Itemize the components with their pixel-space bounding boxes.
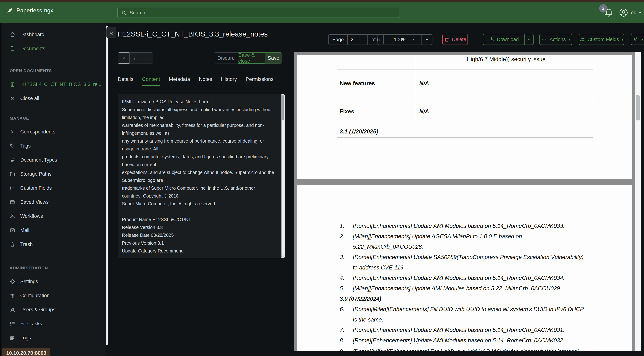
download-menu-caret[interactable]: ▾	[524, 34, 534, 45]
sidebar-item-correspondents[interactable]: Correspondents	[2, 126, 106, 137]
zoom-out-button[interactable]: -	[378, 35, 387, 44]
page-label: Page	[328, 35, 347, 44]
delete-button[interactable]: Delete	[442, 34, 468, 45]
saved-views-icon	[10, 199, 15, 205]
top-navbar: Paperless-ngx 3 ed ▾	[0, 2, 644, 23]
leaf-logo-icon	[6, 7, 13, 14]
sidebar-item-logs[interactable]: Logs	[2, 332, 106, 343]
save-button[interactable]: Save	[265, 52, 282, 64]
tab-content[interactable]: Content	[142, 76, 160, 86]
divider	[118, 73, 282, 74]
sidebar-item-file-tasks[interactable]: File Tasks	[2, 318, 106, 329]
page-input-wrap	[347, 35, 368, 44]
tab-history[interactable]: History	[221, 76, 237, 86]
sidebar-item-label: Settings	[20, 279, 38, 284]
sidebar-item-label: Tags	[20, 143, 31, 149]
custom-fields-label: Custom Fields	[588, 37, 619, 42]
open-doc-label: H12SSL-i_C_CT_NT_BIOS_3.3_rel...	[20, 82, 103, 87]
sidebar-item-label: Workflows	[20, 214, 43, 219]
page-number-input[interactable]	[348, 37, 368, 42]
sidebar-item-document-types[interactable]: # Document Types	[2, 155, 106, 165]
user-menu[interactable]: ed ▾	[619, 8, 641, 17]
document-tabs: Details Content Metadata Notes History P…	[118, 76, 274, 86]
username: ed	[631, 10, 636, 16]
app-window: Paperless-ngx 3 ed ▾	[0, 0, 644, 356]
pdf-version-heading: 3.0 (07/22/2024)	[338, 294, 588, 304]
sidebar-item-users-groups[interactable]: Users & Groups	[2, 304, 106, 315]
pdf-table-cell: N/A	[416, 97, 593, 126]
notifications-button[interactable]: 3	[604, 7, 614, 18]
next-document-button[interactable]: →	[141, 52, 153, 64]
workflows-icon	[10, 214, 15, 219]
resize-handle[interactable]	[280, 253, 284, 258]
discard-button[interactable]: Discard	[214, 52, 238, 64]
content-text[interactable]: IPMI Firmware / BIOS Release Notes Form …	[118, 94, 278, 258]
sidebar-item-tags[interactable]: Tags	[2, 140, 106, 151]
sidebar-item-settings[interactable]: Settings	[2, 276, 106, 287]
brand[interactable]: Paperless-ngx	[6, 7, 53, 14]
sidebar-item-workflows[interactable]: Workflows	[2, 211, 106, 222]
send-button[interactable]: Send ▾	[631, 34, 644, 45]
sidebar-item-label: Document Types	[20, 157, 57, 163]
avatar-icon	[619, 8, 628, 17]
sidebar-item-storage-paths[interactable]: Storage Paths	[2, 169, 106, 179]
close-icon: ×	[10, 96, 15, 101]
zoom-in-button[interactable]: +	[422, 35, 432, 44]
topbar-right-cluster: 3 ed ▾	[604, 2, 641, 23]
sidebar-item-mail[interactable]: Mail	[2, 225, 106, 236]
sidebar-item-dashboard[interactable]: Dashboard	[2, 29, 106, 40]
pdf-table-row: High/6.7 Middle)) security issue	[337, 55, 593, 70]
pdf-scrollbar[interactable]	[635, 52, 641, 351]
pdf-list-item: 9.[Rome][Milan][Enhancements] For UsbBus…	[338, 346, 588, 351]
sidebar-item-label: Logs	[20, 335, 31, 341]
search-input[interactable]	[130, 10, 395, 16]
administration-header: ADMINISTRATION	[10, 266, 48, 270]
sidebar-item-trash[interactable]: Trash	[2, 239, 106, 250]
sidebar-close-all[interactable]: × Close all	[2, 93, 106, 104]
trash-icon	[444, 37, 450, 42]
file-text-icon	[10, 82, 15, 87]
sidebar-item-configuration[interactable]: Configuration	[2, 290, 106, 301]
tab-metadata[interactable]: Metadata	[169, 76, 190, 86]
actions-button[interactable]: ⋯ Actions ▾	[540, 34, 572, 45]
task-list-icon	[10, 321, 15, 326]
sidebar-item-documents[interactable]: Documents	[2, 43, 106, 54]
textarea-scrollbar-thumb[interactable]	[282, 95, 284, 120]
sidebar-collapse-button[interactable]: «	[106, 27, 116, 38]
pdf-scrollbar-thumb[interactable]	[636, 95, 640, 120]
pdf-table-cell: N/A	[416, 70, 593, 97]
sidebar-item-custom-fields[interactable]: Custom Fields	[2, 183, 106, 193]
person-icon	[10, 129, 15, 134]
custom-fields-button[interactable]: Custom Fields ▾	[579, 34, 624, 45]
sidebar-item-label: Mail	[20, 228, 30, 233]
log-lines-icon	[10, 335, 15, 340]
hash-icon: #	[10, 157, 15, 163]
tab-details[interactable]: Details	[118, 76, 134, 86]
previous-document-button[interactable]: ←	[130, 52, 141, 64]
close-all-label: Close all	[20, 96, 39, 101]
sidebar-item-label: Users & Groups	[20, 307, 55, 312]
download-button[interactable]: Download	[483, 34, 525, 45]
folder-icon	[10, 171, 15, 177]
global-search[interactable]	[117, 8, 399, 18]
search-icon	[121, 10, 127, 16]
documents-icon	[10, 46, 15, 51]
textarea-scrollbar[interactable]	[282, 94, 284, 258]
close-document-button[interactable]: ×	[118, 52, 130, 64]
content-textarea[interactable]: IPMI Firmware / BIOS Release Notes Form …	[118, 94, 285, 258]
download-icon	[489, 37, 494, 42]
save-and-close-button[interactable]: Save & close	[238, 52, 265, 64]
home-icon	[10, 32, 15, 37]
zoom-level-select[interactable]: 100%	[387, 35, 422, 44]
sidebar-scrollbar[interactable]	[106, 24, 108, 355]
sliders-icon	[10, 293, 15, 298]
pdf-changelog-box: 1.[Rome][Enhancements] Update AMI Module…	[337, 219, 593, 346]
sidebar-scrollbar-thumb[interactable]	[106, 26, 108, 345]
pdf-page-2: 1.[Rome][Enhancements] Update AMI Module…	[297, 185, 632, 351]
caret-down-icon: ▾	[622, 38, 624, 42]
sidebar-item-saved-views[interactable]: Saved Views	[2, 197, 106, 208]
sidebar-open-doc-h12ssl[interactable]: H12SSL-i_C_CT_NT_BIOS_3.3_rel...	[2, 79, 106, 90]
tab-notes[interactable]: Notes	[199, 76, 212, 86]
tab-permissions[interactable]: Permissions	[246, 76, 274, 86]
zoom-controls: - 100% +	[378, 34, 432, 45]
